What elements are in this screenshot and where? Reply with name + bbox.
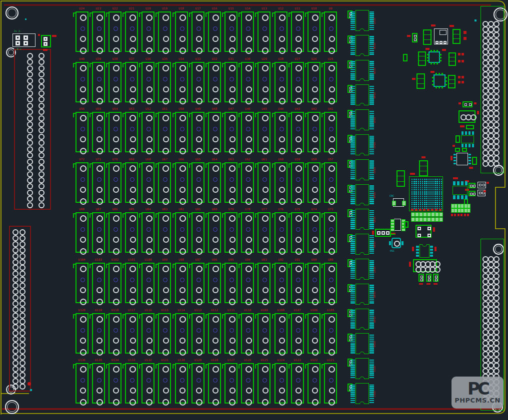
pad[interactable] — [212, 198, 219, 205]
pad[interactable] — [312, 65, 318, 71]
pad[interactable] — [328, 316, 335, 323]
pad[interactable] — [130, 86, 136, 92]
pad[interactable] — [80, 36, 86, 42]
pad[interactable] — [96, 36, 102, 42]
pad[interactable] — [180, 338, 186, 344]
pad[interactable] — [312, 165, 318, 172]
ic-footprint[interactable] — [356, 333, 369, 354]
pad[interactable] — [113, 187, 119, 193]
relay-footprint[interactable] — [241, 112, 254, 152]
relay-footprint[interactable] — [142, 162, 154, 203]
pad[interactable] — [96, 399, 103, 406]
pad[interactable] — [246, 328, 250, 333]
pad[interactable] — [279, 36, 285, 42]
pad[interactable] — [246, 198, 252, 205]
pad[interactable] — [212, 299, 219, 305]
relay-footprint[interactable] — [175, 212, 188, 253]
pad[interactable] — [279, 266, 286, 272]
pad[interactable] — [312, 36, 318, 42]
relay-footprint[interactable] — [308, 363, 320, 404]
pad[interactable] — [146, 165, 152, 172]
relay-footprint[interactable] — [291, 363, 304, 404]
pad[interactable] — [180, 77, 184, 81]
pad[interactable] — [180, 378, 184, 383]
pad[interactable] — [96, 366, 103, 373]
pad[interactable] — [212, 86, 218, 92]
relay-footprint[interactable] — [175, 62, 188, 102]
ic-footprint[interactable] — [356, 184, 369, 205]
pad[interactable] — [146, 316, 152, 323]
pad[interactable] — [312, 328, 317, 333]
pad[interactable] — [246, 177, 250, 182]
pad[interactable] — [212, 65, 219, 71]
pad[interactable] — [328, 198, 335, 205]
pad[interactable] — [212, 47, 219, 54]
pad[interactable] — [262, 237, 268, 243]
pad[interactable] — [97, 77, 102, 81]
pad[interactable] — [329, 136, 335, 142]
ic-footprint[interactable] — [356, 10, 369, 31]
pad[interactable] — [113, 299, 120, 305]
pad[interactable] — [196, 266, 202, 272]
pad[interactable] — [296, 316, 302, 323]
pad[interactable] — [329, 86, 335, 92]
pad[interactable] — [246, 366, 252, 373]
pad[interactable] — [212, 215, 219, 222]
pad[interactable] — [130, 47, 136, 54]
pad[interactable] — [130, 328, 134, 333]
pad[interactable] — [163, 328, 168, 333]
pad[interactable] — [312, 115, 318, 121]
pad[interactable] — [262, 328, 267, 333]
pad[interactable] — [329, 237, 335, 243]
pad[interactable] — [163, 187, 169, 193]
pad[interactable] — [80, 98, 86, 104]
pad[interactable] — [280, 227, 284, 232]
pad[interactable] — [328, 14, 335, 21]
relay-footprint[interactable] — [92, 11, 105, 52]
ic-footprint[interactable] — [356, 134, 369, 155]
pad[interactable] — [130, 287, 136, 293]
relay-footprint[interactable] — [158, 313, 171, 354]
pad[interactable] — [328, 165, 335, 172]
relay-footprint[interactable] — [241, 363, 254, 404]
relay-footprint[interactable] — [92, 162, 105, 203]
pad[interactable] — [229, 198, 236, 205]
relay-footprint[interactable] — [108, 62, 122, 102]
cap-footprint[interactable] — [416, 73, 425, 89]
pad[interactable] — [180, 187, 186, 193]
pad[interactable] — [262, 278, 267, 282]
pad[interactable] — [113, 136, 119, 142]
pad[interactable] — [196, 165, 202, 172]
relay-footprint[interactable] — [92, 212, 105, 253]
pad[interactable] — [312, 148, 318, 154]
pad[interactable] — [230, 26, 234, 31]
pad[interactable] — [229, 14, 236, 21]
pad[interactable] — [213, 127, 218, 131]
two-pad-component[interactable] — [404, 221, 408, 228]
relay-footprint[interactable] — [241, 212, 254, 253]
relay-footprint[interactable] — [308, 62, 320, 102]
pad[interactable] — [96, 215, 103, 222]
two-pad-component[interactable] — [478, 182, 486, 188]
pad[interactable] — [80, 177, 85, 182]
relay-footprint[interactable] — [291, 263, 304, 303]
pad[interactable] — [246, 98, 252, 104]
pad[interactable] — [114, 378, 118, 383]
pad[interactable] — [180, 136, 186, 142]
relay-footprint[interactable] — [324, 11, 337, 52]
relay-footprint[interactable] — [308, 263, 320, 303]
pad[interactable] — [262, 215, 268, 222]
pad[interactable] — [329, 187, 335, 193]
two-pad-component[interactable] — [468, 191, 476, 196]
two-pad-component[interactable] — [418, 274, 424, 282]
two-pad-component[interactable] — [472, 157, 477, 165]
pad[interactable] — [130, 165, 136, 172]
pad[interactable] — [262, 14, 268, 21]
pad[interactable] — [130, 349, 136, 356]
pad[interactable] — [163, 26, 168, 31]
pad[interactable] — [130, 316, 136, 323]
pad[interactable] — [246, 388, 252, 394]
pad[interactable] — [296, 165, 302, 172]
pad[interactable] — [80, 227, 85, 232]
pad[interactable] — [312, 266, 318, 272]
